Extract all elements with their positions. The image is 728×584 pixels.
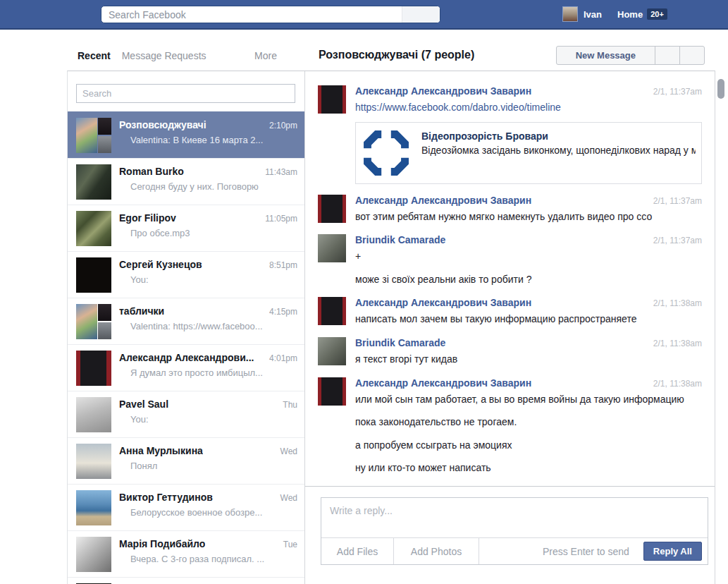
user-avatar[interactable] <box>562 6 578 22</box>
message-link[interactable]: https://www.facebook.com/dabro.video/tim… <box>355 102 561 113</box>
facebook-search-input[interactable] <box>101 6 402 23</box>
message-sender-avatar[interactable] <box>318 85 346 114</box>
message-item: Briundik Camarade2/1, 11:37am+може зі св… <box>318 234 702 286</box>
message-sender-name[interactable]: Александр Александрович Заварин <box>355 195 531 206</box>
conversation-avatar <box>76 490 111 525</box>
tab-message-requests[interactable]: Message Requests <box>122 50 206 61</box>
conversation-avatar <box>76 211 111 246</box>
add-files-button[interactable]: Add Files <box>321 538 394 564</box>
message-timestamp: 2/1, 11:37am <box>648 236 702 245</box>
message-sender-avatar[interactable] <box>318 234 346 262</box>
corner-brackets-logo-icon <box>362 128 411 178</box>
conversation-item[interactable]: Марія ПодибайлоTueВчера. С 3-го раза под… <box>68 530 304 577</box>
conversation-item[interactable]: Roman Burko11:43amСегодня буду у них. По… <box>68 158 304 205</box>
conversation-preview: You: <box>119 274 297 285</box>
message-head: Александр Александрович Заварин2/1, 11:3… <box>355 85 702 97</box>
conversation-time: 11:05pm <box>261 214 297 224</box>
conversation-avatar <box>76 118 111 153</box>
message-sender-avatar[interactable] <box>318 377 346 406</box>
conversation-body: Egor Filipov11:05pmПро обсе.mp3 <box>119 211 297 251</box>
conversation-preview: Вчера. С 3-го раза подписал. ... <box>119 554 297 564</box>
message-text: + <box>355 250 702 264</box>
conversation-preview: Сегодня буду у них. Поговорю <box>119 181 297 192</box>
conversation-avatar <box>76 351 111 386</box>
reply-input[interactable] <box>321 498 708 537</box>
conversation-body: Марія ПодибайлоTueВчера. С 3-го раза под… <box>119 537 297 577</box>
message-sender-name[interactable]: Александр Александрович Заварин <box>355 297 531 308</box>
message-text: вот этим ребятам нужно мягко намекнуть у… <box>355 210 702 224</box>
message-item: Александр Александрович Заварин2/1, 11:3… <box>318 297 702 327</box>
message-sender-avatar[interactable] <box>318 297 346 325</box>
conversation-name: Pavel Saul <box>119 399 168 410</box>
message-sender-name[interactable]: Briundik Camarade <box>355 234 445 245</box>
conversation-body: таблички4:15pmValentina: https://www.fac… <box>119 304 297 344</box>
conversation-item[interactable]: Александр Александрови...4:01pmЯ думал э… <box>68 344 304 391</box>
conversation-top-row: Марія ПодибайлоTue <box>119 538 297 549</box>
messages-tabs: Recent Message Requests More <box>67 42 305 69</box>
message-content: Александр Александрович Заварин2/1, 11:3… <box>355 195 702 224</box>
message-timestamp: 2/1, 11:38am <box>648 298 702 308</box>
conversation-item[interactable] <box>68 577 304 584</box>
conversation-top-row: Анна МурлыкинаWed <box>119 445 297 456</box>
search-button[interactable] <box>402 6 440 23</box>
conversation-top-row: Виктор ГеттудиновWed <box>119 492 297 503</box>
conversation-preview: Я думал это просто имбицыл... <box>119 367 297 378</box>
thread-actions: New Message <box>556 46 705 65</box>
message-content: Briundik Camarade2/1, 11:37am+може зі св… <box>355 234 702 286</box>
message-content: Александр Александрович Заварин2/1, 11:3… <box>355 377 702 475</box>
message-timestamp: 2/1, 11:37am <box>648 87 702 97</box>
conversation-body: Розповсюджувачі2:10pmValentina: В Киеве … <box>119 118 297 158</box>
conversation-item[interactable]: таблички4:15pmValentina: https://www.fac… <box>68 298 304 344</box>
message-timestamp: 2/1, 11:37am <box>648 196 702 206</box>
conversation-name: Roman Burko <box>119 166 184 177</box>
thread-panel: Александр Александрович Заварин2/1, 11:3… <box>305 71 715 584</box>
message-head: Александр Александрович Заварин2/1, 11:3… <box>355 297 702 308</box>
message-content: Александр Александрович Заварин2/1, 11:3… <box>355 297 702 327</box>
conversation-time: Thu <box>278 400 297 410</box>
conversation-top-row: Roman Burko11:43am <box>119 166 297 177</box>
actions-button[interactable] <box>655 46 680 65</box>
message-item: Александр Александрович Заварин2/1, 11:3… <box>318 85 702 184</box>
conversation-item[interactable]: Розповсюджувачі2:10pmValentina: В Киеве … <box>68 111 304 158</box>
conversation-item[interactable]: Анна МурлыкинаWedПонял <box>68 437 304 484</box>
message-sender-avatar[interactable] <box>318 195 346 223</box>
message-content: Briundik Camarade2/1, 11:38amя текст вго… <box>355 337 702 367</box>
message-sender-name[interactable]: Александр Александрович Заварин <box>355 85 531 97</box>
conversation-avatar <box>76 444 111 479</box>
tab-recent[interactable]: Recent <box>78 50 111 61</box>
message-text: или мой сын там работает, а вы во время … <box>355 393 702 407</box>
conversation-top-row: Розповсюджувачі2:10pm <box>119 119 297 130</box>
message-sender-avatar[interactable] <box>318 337 346 365</box>
reply-all-button[interactable]: Reply All <box>643 542 702 561</box>
conversation-item[interactable]: Pavel SaulThuYou: <box>68 391 304 437</box>
conversation-body: Александр Александрови...4:01pmЯ думал э… <box>119 351 297 391</box>
settings-button[interactable] <box>679 46 705 65</box>
conversation-search-input[interactable] <box>76 84 295 103</box>
scrollbar-thumb[interactable] <box>717 79 724 99</box>
message-sender-name[interactable]: Briundik Camarade <box>355 337 445 348</box>
messages-container: Розповсюджувачі2:10pmValentina: В Киеве … <box>67 71 715 584</box>
message-text: пока законодательство не трогаем. <box>355 415 702 430</box>
conversation-time: Wed <box>276 493 297 503</box>
message-text: може зі своїх реальни аків то робити ? <box>355 273 702 287</box>
profile-link[interactable]: Ivan <box>584 9 602 20</box>
new-message-button[interactable]: New Message <box>556 46 655 65</box>
conversation-list: Розповсюджувачі2:10pmValentina: В Киеве … <box>68 111 304 584</box>
top-navbar: Ivan Home 20+ <box>0 0 728 30</box>
conversation-item[interactable]: Виктор ГеттудиновWedБелорусское военное … <box>68 484 304 530</box>
tab-more[interactable]: More <box>254 50 277 61</box>
conversation-name: Egor Filipov <box>119 212 176 224</box>
home-link[interactable]: Home <box>617 9 643 20</box>
add-photos-button[interactable]: Add Photos <box>394 538 479 564</box>
conversation-item[interactable]: Сергей Кузнецов8:51pmYou: <box>68 251 304 298</box>
conversation-item[interactable]: Egor Filipov11:05pmПро обсе.mp3 <box>68 205 304 251</box>
navbar-right: Ivan Home 20+ <box>562 6 667 22</box>
conversation-time: Wed <box>276 446 297 456</box>
message-sender-name[interactable]: Александр Александрович Заварин <box>355 377 531 389</box>
conversation-time: 2:10pm <box>265 121 297 130</box>
conversation-avatar <box>76 304 111 339</box>
message-head: Александр Александрович Заварин2/1, 11:3… <box>355 377 702 389</box>
conversation-top-row: Александр Александрови...4:01pm <box>119 352 297 363</box>
link-preview-card[interactable]: Відеопрозорість БровариВідеозйомка засід… <box>355 122 702 184</box>
conversation-name: Александр Александрови... <box>119 352 254 363</box>
